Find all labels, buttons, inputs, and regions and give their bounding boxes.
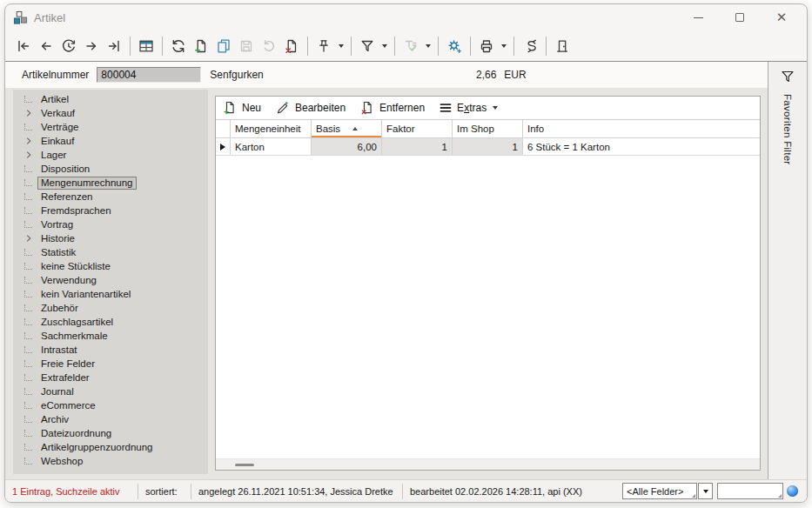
sidebar-item-artikel[interactable]: Artikel — [13, 92, 208, 106]
scrollbar-thumb[interactable] — [235, 464, 254, 466]
field-filter-combobox[interactable]: <Alle Felder> — [622, 483, 697, 499]
panel-actionbar: Neu Bearbeiten Entfernen Extras — [216, 97, 760, 120]
cell-info[interactable]: 6 Stück = 1 Karton — [523, 138, 760, 155]
close-button[interactable]: ✕ — [775, 11, 788, 23]
sidebar-item-dateizuordnung[interactable]: Dateizuordnung — [13, 426, 208, 440]
artikelnummer-input[interactable]: 800004 — [97, 67, 201, 83]
sidebar-item-mengenumrechnung[interactable]: Mengenumrechnung — [13, 176, 208, 190]
settings-add-button[interactable] — [443, 34, 466, 57]
column-header-basis[interactable]: Basis — [312, 120, 382, 137]
copy-record-button[interactable] — [212, 34, 235, 57]
bearbeiten-button[interactable]: Bearbeiten — [275, 100, 346, 116]
filter-dropdown-button[interactable] — [379, 34, 390, 57]
new-record-button[interactable] — [190, 34, 212, 57]
dropdown-arrow-icon — [703, 490, 708, 493]
data-exchange-button[interactable] — [519, 34, 541, 57]
delete-record-icon — [283, 37, 300, 55]
maximize-button[interactable] — [734, 11, 746, 23]
template-filter-button[interactable] — [399, 34, 422, 57]
sidebar-item-keine-st-ckliste[interactable]: keine Stückliste — [13, 259, 208, 273]
save-button[interactable] — [235, 34, 258, 57]
minimize-button[interactable] — [692, 11, 704, 23]
favorites-filter-tab[interactable]: Favoriten Filter — [768, 62, 807, 479]
sidebar-item-kein-variantenartikel[interactable]: kein Variantenartikel — [13, 287, 208, 301]
cell-basis[interactable]: 6,00 — [312, 138, 382, 155]
field-filter-dropdown-button[interactable] — [698, 483, 713, 499]
filter-button[interactable] — [356, 34, 379, 57]
tree-connector — [24, 416, 37, 423]
sidebar-item-verkauf[interactable]: Verkauf — [13, 106, 208, 120]
globe-icon[interactable] — [787, 485, 798, 497]
expand-chevron-icon[interactable] — [24, 137, 37, 145]
sidebar-item-disposition[interactable]: Disposition — [13, 162, 208, 176]
sidebar-item-fremdsprachen[interactable]: Fremdsprachen — [13, 204, 208, 217]
expand-chevron-icon[interactable] — [24, 150, 37, 159]
sidebar-item-referenzen[interactable]: Referenzen — [13, 190, 208, 204]
sidebar-item-zuschlagsartikel[interactable]: Zuschlagsartikel — [13, 315, 208, 329]
toolbar-separator — [513, 37, 514, 56]
tree-connector — [24, 96, 37, 103]
sidebar-item-vortrag[interactable]: Vortrag — [13, 217, 208, 231]
sidebar-item-artikelgruppenzuordnung[interactable]: Artikelgruppenzuordnung — [13, 440, 208, 454]
sidebar-item-zubeh-r[interactable]: Zubehör — [13, 301, 208, 315]
exit-button[interactable] — [551, 34, 574, 57]
sidebar-item-intrastat[interactable]: Intrastat — [13, 343, 208, 357]
sidebar-item-extrafelder[interactable]: Extrafelder — [13, 371, 208, 384]
horizontal-scrollbar[interactable] — [216, 458, 760, 470]
cell-im-shop[interactable]: 1 — [453, 138, 523, 155]
pin-dropdown-button[interactable] — [335, 34, 346, 57]
previous-record-button[interactable] — [35, 34, 57, 57]
sidebar-item-journal[interactable]: Journal — [13, 384, 208, 398]
entfernen-button[interactable]: Entfernen — [359, 100, 425, 116]
delete-record-button[interactable] — [280, 34, 303, 57]
column-header-info[interactable]: Info — [523, 120, 760, 137]
sidebar-item-statistik[interactable]: Statistik — [13, 245, 208, 259]
sidebar-item-historie[interactable]: Historie — [13, 231, 208, 245]
sidebar-item-freie-felder[interactable]: Freie Felder — [13, 357, 208, 371]
tree-connector — [24, 249, 37, 256]
row-marker-cell[interactable] — [216, 138, 231, 155]
sidebar-item-label: Disposition — [37, 163, 93, 176]
last-record-button[interactable] — [103, 34, 125, 57]
grid-row[interactable]: Karton6,00116 Stück = 1 Karton — [216, 138, 760, 156]
print-dropdown-button[interactable] — [498, 34, 509, 57]
sidebar-item-sachmerkmale[interactable]: Sachmerkmale — [13, 329, 208, 343]
column-header-faktor[interactable]: Faktor — [382, 120, 453, 137]
expand-chevron-icon[interactable] — [24, 109, 37, 117]
table-view-button[interactable] — [135, 34, 158, 57]
sidebar-item-label: Vortrag — [37, 218, 77, 231]
print-button[interactable] — [475, 34, 498, 57]
expand-chevron-icon[interactable] — [24, 234, 37, 243]
first-record-button[interactable] — [12, 34, 35, 57]
sidebar-item-label: Statistik — [37, 246, 79, 259]
cell-faktor[interactable]: 1 — [382, 138, 453, 155]
extras-button[interactable]: Extras — [439, 101, 498, 115]
sidebar-item-lager[interactable]: Lager — [13, 148, 208, 162]
row-selector-header[interactable] — [216, 120, 231, 137]
cell-mengeneinheit[interactable]: Karton — [231, 138, 312, 155]
sidebar-item-webshop[interactable]: Webshop — [13, 454, 208, 468]
neu-button[interactable]: Neu — [222, 100, 261, 116]
next-record-button[interactable] — [80, 34, 103, 57]
sidebar-item-verwendung[interactable]: Verwendung — [13, 273, 208, 287]
grid-empty-area — [216, 156, 760, 458]
sidebar-item-einkauf[interactable]: Einkauf — [13, 134, 208, 148]
history-button[interactable] — [57, 34, 80, 57]
sidebar-item-label: Extrafelder — [37, 371, 93, 384]
undo-button[interactable] — [258, 34, 280, 57]
sidebar-item-label: Journal — [37, 385, 77, 398]
sidebar-item-vertr-ge[interactable]: Verträge — [13, 120, 208, 134]
column-header-mengeneinheit[interactable]: Mengeneinheit — [231, 120, 312, 137]
pin-button[interactable] — [312, 34, 335, 57]
remove-icon — [359, 100, 375, 116]
template-filter-dropdown-button[interactable] — [422, 34, 433, 57]
column-header-im-shop[interactable]: Im Shop — [453, 120, 523, 137]
sidebar-item-label: Einkauf — [37, 135, 77, 148]
quick-search-input[interactable] — [717, 483, 783, 499]
sidebar-item-label: kein Variantenartikel — [37, 288, 134, 301]
menu-icon — [439, 101, 453, 115]
sidebar-item-archiv[interactable]: Archiv — [13, 412, 208, 426]
sidebar-item-label: Zuschlagsartikel — [37, 316, 117, 329]
refresh-button[interactable] — [167, 34, 190, 57]
sidebar-item-ecommerce[interactable]: eCommerce — [13, 398, 208, 412]
